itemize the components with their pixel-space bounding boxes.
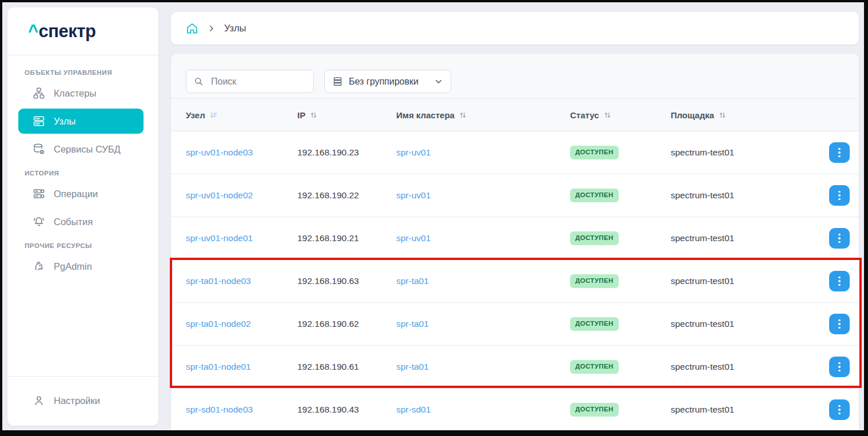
ip-cell: 192.168.190.63 <box>297 276 396 286</box>
sidebar-item-events[interactable]: События <box>18 209 144 234</box>
cluster-link[interactable]: spr-ta01 <box>396 319 429 329</box>
sidebar-item-label: PgAdmin <box>54 261 92 272</box>
cluster-link[interactable]: spr-ta01 <box>396 276 429 286</box>
cluster-cell: spr-uv01 <box>396 233 570 243</box>
row-actions-button[interactable] <box>829 228 850 249</box>
sort-both-icon[interactable] <box>459 111 467 119</box>
row-actions-button[interactable] <box>829 399 850 420</box>
sidebar-nav: ОБЪЕКТЫ УПРАВЛЕНИЯКластерыУзлыСервисы СУ… <box>7 55 158 376</box>
status-badge: ДОСТУПЕН <box>570 403 619 417</box>
grouping-select[interactable]: Без группировки <box>324 70 451 93</box>
kebab-dot <box>838 327 841 329</box>
actions-cell <box>827 185 850 206</box>
table-row: spr-uv01-node01192.168.190.21spr-uv01ДОС… <box>171 217 859 260</box>
actions-cell <box>827 142 850 163</box>
sidebar-item-label: Операции <box>54 189 98 199</box>
cluster-link[interactable]: spr-ta01 <box>396 362 429 371</box>
sidebar-item-label: Кластеры <box>54 88 96 99</box>
kebab-dot <box>838 409 841 411</box>
column-header-label: IP <box>297 110 305 120</box>
node-cell: spr-ta01-node02 <box>186 319 297 329</box>
kebab-dot <box>838 277 841 279</box>
sidebar-footer: Настройки <box>7 376 158 426</box>
search-box[interactable] <box>186 70 314 93</box>
logo-text: ^спектр <box>28 22 95 40</box>
column-header-site[interactable]: Площадка <box>671 110 827 120</box>
column-header-ip[interactable]: IP <box>297 110 396 120</box>
node-cell: spr-ta01-node03 <box>186 276 297 286</box>
kebab-dot <box>838 413 841 415</box>
kebab-dot <box>838 323 841 325</box>
node-link[interactable]: spr-uv01-node01 <box>186 233 253 243</box>
sort-both-icon[interactable] <box>718 111 727 119</box>
column-header-cluster[interactable]: Имя кластера <box>396 110 570 120</box>
sort-both-icon[interactable] <box>603 111 612 119</box>
logo-name: спектр <box>39 21 96 41</box>
table-row: spr-sd01-node03192.168.190.43spr-sd01ДОС… <box>171 389 859 431</box>
row-actions-button[interactable] <box>829 185 850 206</box>
row-actions-button[interactable] <box>829 314 850 334</box>
site-cell: spectrum-test01 <box>671 362 827 372</box>
node-link[interactable]: spr-uv01-node02 <box>186 190 253 200</box>
status-cell: ДОСТУПЕН <box>570 231 671 245</box>
table-body: spr-uv01-node03192.168.190.23spr-uv01ДОС… <box>171 131 859 431</box>
node-link[interactable]: spr-ta01-node03 <box>186 276 251 286</box>
app-window: ^спектр ОБЪЕКТЫ УПРАВЛЕНИЯКластерыУзлыСе… <box>0 0 868 436</box>
node-link[interactable]: spr-uv01-node03 <box>186 147 253 157</box>
sidebar-section-label: ИСТОРИЯ <box>25 170 148 177</box>
search-icon <box>193 76 204 87</box>
chevron-right-icon <box>207 24 216 33</box>
sidebar-section-label: ОБЪЕКТЫ УПРАВЛЕНИЯ <box>25 69 148 76</box>
sidebar-item-nodes[interactable]: Узлы <box>18 109 144 134</box>
status-badge: ДОСТУПЕН <box>570 189 619 202</box>
cluster-link[interactable]: spr-sd01 <box>396 405 431 414</box>
node-link[interactable]: spr-ta01-node02 <box>186 319 251 329</box>
node-cell: spr-uv01-node03 <box>186 147 297 158</box>
cluster-link[interactable]: spr-uv01 <box>396 147 431 157</box>
kebab-dot <box>838 151 841 154</box>
column-header-node[interactable]: Узел <box>186 110 297 120</box>
node-link[interactable]: spr-sd01-node03 <box>186 405 253 414</box>
sidebar-item-clusters[interactable]: Кластеры <box>18 81 144 106</box>
sidebar-item-pgadmin[interactable]: PgAdmin <box>18 254 144 279</box>
kebab-dot <box>838 319 841 322</box>
search-input[interactable] <box>210 76 306 87</box>
operations-icon <box>33 187 45 200</box>
table-header-row: УзелIPИмя кластераСтатусПлощадка <box>171 98 859 131</box>
cluster-link[interactable]: spr-uv01 <box>396 233 431 243</box>
cluster-cell: spr-ta01 <box>396 319 570 329</box>
actions-cell <box>827 228 850 249</box>
column-header-label: Площадка <box>671 110 714 120</box>
column-header-status[interactable]: Статус <box>570 110 671 120</box>
row-actions-button[interactable] <box>829 142 850 163</box>
breadcrumb: Узлы <box>171 12 859 45</box>
sort-both-icon[interactable] <box>309 111 318 119</box>
cluster-cell: spr-ta01 <box>396 276 570 286</box>
node-cell: spr-uv01-node02 <box>186 190 297 201</box>
app-logo: ^спектр <box>7 7 158 55</box>
node-link[interactable]: spr-ta01-node01 <box>186 362 251 371</box>
status-badge: ДОСТУПЕН <box>570 274 619 288</box>
sidebar-item-dbms-services[interactable]: Сервисы СУБД <box>18 137 144 162</box>
cluster-link[interactable]: spr-uv01 <box>396 190 431 200</box>
home-icon[interactable] <box>185 22 199 35</box>
breadcrumb-page: Узлы <box>224 23 246 34</box>
column-header-label: Статус <box>570 110 599 120</box>
ip-cell: 192.168.190.23 <box>297 147 396 158</box>
group-layers-icon <box>332 76 343 87</box>
elephant-icon <box>33 260 45 273</box>
status-badge: ДОСТУПЕН <box>570 317 619 331</box>
row-actions-button[interactable] <box>829 357 850 377</box>
cluster-cell: spr-ta01 <box>396 362 570 372</box>
status-cell: ДОСТУПЕН <box>570 146 671 159</box>
row-actions-button[interactable] <box>829 271 850 291</box>
sidebar-item-settings[interactable]: Настройки <box>18 388 144 413</box>
site-cell: spectrum-test01 <box>671 147 827 158</box>
sort-desc-icon[interactable] <box>209 111 218 119</box>
node-cell: spr-ta01-node01 <box>186 362 297 372</box>
actions-cell <box>827 399 850 420</box>
site-cell: spectrum-test01 <box>671 190 827 201</box>
status-cell: ДОСТУПЕН <box>570 274 671 288</box>
sidebar-item-label: Сервисы СУБД <box>54 144 121 155</box>
sidebar-item-operations[interactable]: Операции <box>18 181 144 206</box>
